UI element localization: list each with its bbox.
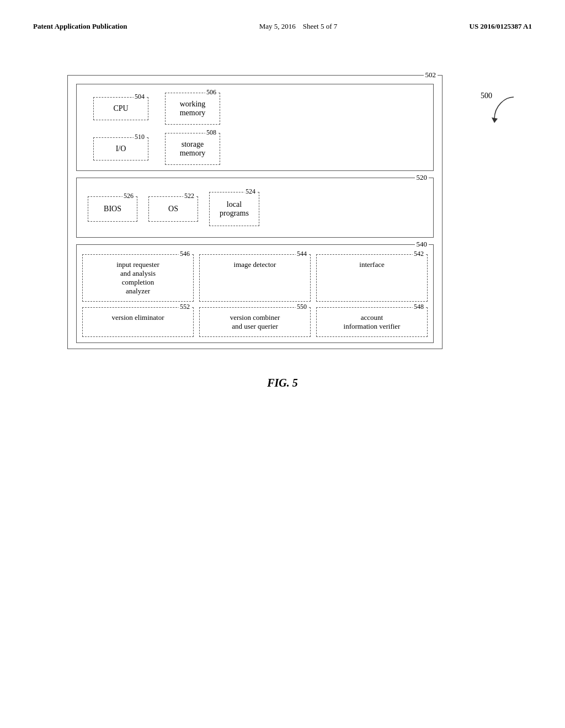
local-programs-box: 524 localprograms: [209, 192, 259, 226]
version-combiner-label: version combinerand user querier: [230, 313, 280, 330]
svg-marker-0: [492, 117, 498, 123]
input-requester-num: 546: [179, 250, 191, 258]
fig-label: FIG. 5: [0, 377, 565, 389]
hardware-row-1: 504 CPU 506 workingmemory: [82, 93, 428, 125]
cpu-num: 504: [134, 93, 146, 101]
image-detector-label: image detector: [234, 260, 276, 269]
label-502: 502: [424, 71, 438, 79]
header-center: May 5, 2016 Sheet 5 of 7: [259, 22, 338, 31]
version-eliminator-num: 552: [179, 303, 191, 311]
version-combiner-num: 550: [296, 303, 308, 311]
bios-box: 526 BIOS: [88, 196, 137, 222]
programs-row: 526 BIOS 522 OS 524 localprograms: [82, 186, 428, 229]
application-section: 540 546 input requesterand analysiscompl…: [76, 244, 434, 343]
image-detector-num: 544: [296, 250, 308, 258]
bios-label: BIOS: [104, 205, 121, 213]
ref-500-label: 500: [481, 92, 492, 100]
interface-label: interface: [359, 260, 384, 269]
account-verifier-num: 548: [413, 303, 425, 311]
working-memory-label: workingmemory: [180, 100, 206, 117]
input-requester-box: 546 input requesterand analysiscompletio…: [82, 254, 194, 302]
account-verifier-label: accountinformation verifier: [344, 313, 401, 330]
io-box: 510 I/O: [93, 137, 148, 160]
page-header: Patent Application Publication May 5, 20…: [0, 0, 565, 42]
storage-memory-num: 508: [205, 129, 217, 137]
io-num: 510: [134, 133, 146, 141]
local-programs-label: localprograms: [220, 200, 249, 217]
cpu-box: 504 CPU: [93, 97, 148, 120]
working-memory-num: 506: [205, 88, 217, 97]
io-label: I/O: [116, 144, 126, 153]
version-combiner-box: 550 version combinerand user querier: [199, 307, 311, 337]
os-num: 522: [183, 192, 195, 200]
input-requester-label: input requesterand analysiscompletionana…: [116, 260, 159, 295]
interface-box: 542 interface: [316, 254, 428, 302]
hardware-row-2: 510 I/O 508 storagememory: [82, 133, 428, 165]
bios-num: 526: [122, 192, 135, 200]
version-eliminator-box: 552 version eliminator: [82, 307, 194, 337]
storage-memory-label: storagememory: [180, 140, 206, 157]
working-memory-box: 506 workingmemory: [165, 93, 220, 125]
header-right: US 2016/0125387 A1: [470, 22, 532, 31]
header-left: Patent Application Publication: [33, 22, 127, 31]
arrow-500-icon: [489, 94, 522, 127]
label-520: 520: [415, 173, 429, 182]
programs-section: 520 526 BIOS 522 OS 524 localprograms: [76, 178, 434, 238]
account-verifier-box: 548 accountinformation verifier: [316, 307, 428, 337]
local-programs-num: 524: [244, 188, 257, 196]
interface-num: 542: [413, 250, 425, 258]
header-sheet: Sheet 5 of 7: [303, 22, 337, 30]
version-eliminator-label: version eliminator: [112, 313, 164, 322]
header-date: May 5, 2016: [259, 22, 296, 30]
hardware-section: 504 CPU 506 workingmemory 510 I/O 508 st…: [76, 84, 434, 171]
box-502: 502 504 CPU 506 workingmemory 510 I/O: [67, 75, 443, 349]
app-row-1: 546 input requesterand analysiscompletio…: [82, 254, 428, 302]
os-box: 522 OS: [148, 196, 198, 222]
storage-memory-box: 508 storagememory: [165, 133, 220, 165]
label-540: 540: [415, 240, 429, 249]
cpu-label: CPU: [113, 104, 128, 113]
app-row-2: 552 version eliminator 550 version combi…: [82, 307, 428, 337]
os-label: OS: [168, 205, 178, 213]
image-detector-box: 544 image detector: [199, 254, 311, 302]
